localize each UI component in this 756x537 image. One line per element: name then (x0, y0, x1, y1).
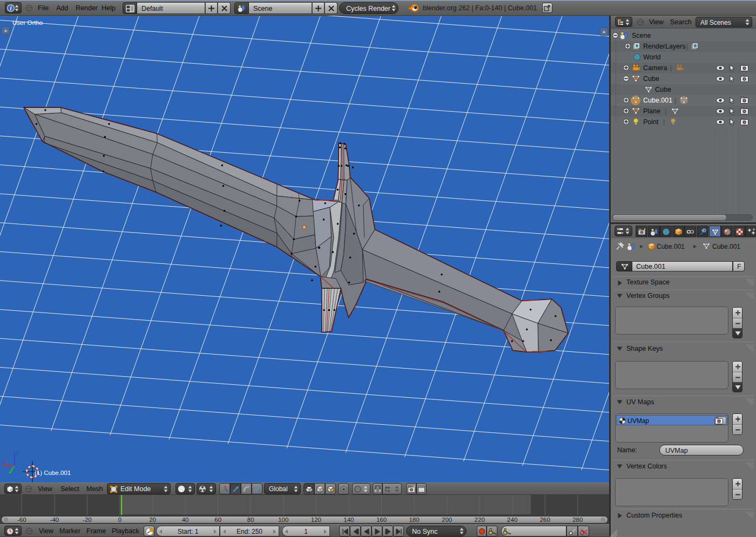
svg-text:280: 280 (572, 516, 583, 523)
svg-text:-40: -40 (50, 516, 59, 523)
svg-text:80: 80 (247, 516, 254, 523)
svg-text:160: 160 (376, 516, 387, 523)
svg-text:240: 240 (507, 516, 517, 523)
svg-text:40: 40 (182, 516, 189, 523)
svg-text:-20: -20 (83, 516, 92, 523)
svg-text:x: x (4, 458, 7, 464)
svg-text:User Ortho: User Ortho (12, 19, 43, 26)
svg-text:120: 120 (311, 516, 321, 523)
svg-text:220: 220 (475, 516, 485, 523)
svg-text:i: i (10, 5, 12, 11)
svg-text:180: 180 (409, 516, 419, 523)
svg-text:200: 200 (442, 516, 452, 523)
svg-text:+: + (602, 29, 605, 35)
svg-text:260: 260 (540, 516, 550, 523)
svg-text:20: 20 (149, 516, 156, 523)
svg-text:z: z (16, 450, 19, 456)
svg-text:0: 0 (118, 516, 122, 523)
svg-text:140: 140 (343, 516, 354, 523)
svg-text:100: 100 (278, 516, 288, 523)
svg-text:+: + (4, 28, 7, 34)
svg-text:-60: -60 (17, 516, 26, 523)
svg-text:60: 60 (214, 516, 221, 523)
svg-text:(1) Cube.001: (1) Cube.001 (35, 470, 71, 476)
